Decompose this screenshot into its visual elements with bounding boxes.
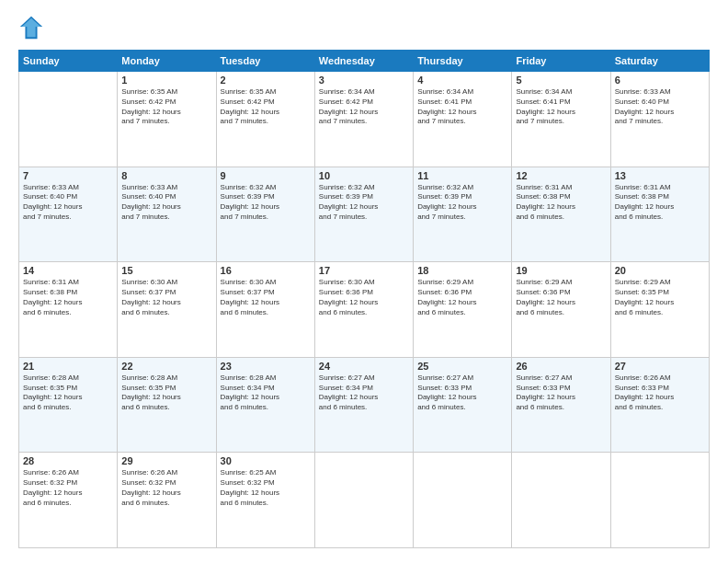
calendar-cell: 10Sunrise: 6:32 AM Sunset: 6:39 PM Dayli… (314, 167, 413, 262)
calendar-cell (610, 453, 709, 548)
day-number: 29 (121, 455, 211, 466)
calendar-cell: 5Sunrise: 6:34 AM Sunset: 6:41 PM Daylig… (512, 72, 610, 167)
day-info: Sunrise: 6:30 AM Sunset: 6:36 PM Dayligh… (319, 278, 409, 317)
day-number: 23 (221, 361, 311, 372)
calendar-cell: 26Sunrise: 6:27 AM Sunset: 6:33 PM Dayli… (512, 357, 610, 453)
day-info: Sunrise: 6:32 AM Sunset: 6:39 PM Dayligh… (221, 183, 311, 223)
calendar-cell: 16Sunrise: 6:30 AM Sunset: 6:37 PM Dayli… (216, 262, 314, 358)
day-number: 16 (221, 265, 311, 276)
calendar-cell: 7Sunrise: 6:33 AM Sunset: 6:40 PM Daylig… (19, 167, 118, 262)
day-number: 15 (121, 265, 211, 276)
day-info: Sunrise: 6:28 AM Sunset: 6:34 PM Dayligh… (221, 373, 311, 413)
day-number: 9 (221, 170, 311, 181)
calendar-header-cell: Wednesday (314, 51, 413, 72)
day-info: Sunrise: 6:27 AM Sunset: 6:34 PM Dayligh… (319, 373, 409, 413)
day-number: 20 (615, 265, 705, 276)
calendar-cell: 22Sunrise: 6:28 AM Sunset: 6:35 PM Dayli… (118, 357, 216, 453)
day-number: 28 (23, 455, 113, 466)
day-info: Sunrise: 6:27 AM Sunset: 6:33 PM Dayligh… (516, 373, 606, 413)
day-info: Sunrise: 6:29 AM Sunset: 6:36 PM Dayligh… (516, 278, 606, 317)
day-number: 10 (319, 170, 409, 181)
calendar-week-row: 7Sunrise: 6:33 AM Sunset: 6:40 PM Daylig… (19, 167, 710, 262)
calendar-cell (512, 453, 610, 548)
calendar-cell: 21Sunrise: 6:28 AM Sunset: 6:35 PM Dayli… (19, 357, 118, 453)
calendar-cell: 28Sunrise: 6:26 AM Sunset: 6:32 PM Dayli… (19, 453, 118, 548)
calendar-cell: 14Sunrise: 6:31 AM Sunset: 6:38 PM Dayli… (19, 262, 118, 358)
day-info: Sunrise: 6:26 AM Sunset: 6:32 PM Dayligh… (121, 468, 211, 508)
day-info: Sunrise: 6:33 AM Sunset: 6:40 PM Dayligh… (615, 87, 705, 127)
day-number: 6 (615, 75, 705, 86)
calendar-cell: 27Sunrise: 6:26 AM Sunset: 6:33 PM Dayli… (610, 357, 709, 453)
svg-marker-1 (22, 18, 41, 38)
day-info: Sunrise: 6:29 AM Sunset: 6:35 PM Dayligh… (615, 278, 705, 317)
day-info: Sunrise: 6:25 AM Sunset: 6:32 PM Dayligh… (221, 468, 311, 508)
calendar-cell: 1Sunrise: 6:35 AM Sunset: 6:42 PM Daylig… (118, 72, 216, 167)
day-info: Sunrise: 6:34 AM Sunset: 6:41 PM Dayligh… (417, 87, 507, 127)
day-number: 26 (516, 361, 606, 372)
calendar-week-row: 28Sunrise: 6:26 AM Sunset: 6:32 PM Dayli… (19, 453, 710, 548)
day-number: 11 (417, 170, 507, 181)
logo (18, 15, 48, 40)
calendar-cell: 3Sunrise: 6:34 AM Sunset: 6:42 PM Daylig… (314, 72, 413, 167)
calendar-table: SundayMondayTuesdayWednesdayThursdayFrid… (18, 50, 710, 548)
day-number: 17 (319, 265, 409, 276)
day-number: 24 (319, 361, 409, 372)
calendar-cell: 15Sunrise: 6:30 AM Sunset: 6:37 PM Dayli… (118, 262, 216, 358)
calendar-cell (314, 453, 413, 548)
calendar-cell: 4Sunrise: 6:34 AM Sunset: 6:41 PM Daylig… (414, 72, 512, 167)
calendar-header-cell: Friday (512, 51, 610, 72)
day-info: Sunrise: 6:32 AM Sunset: 6:39 PM Dayligh… (417, 183, 507, 223)
calendar-week-row: 21Sunrise: 6:28 AM Sunset: 6:35 PM Dayli… (19, 357, 710, 453)
calendar-cell (414, 453, 512, 548)
day-number: 7 (23, 170, 113, 181)
day-number: 27 (615, 361, 705, 372)
calendar-header-cell: Tuesday (216, 51, 314, 72)
day-info: Sunrise: 6:30 AM Sunset: 6:37 PM Dayligh… (121, 278, 211, 317)
day-info: Sunrise: 6:26 AM Sunset: 6:33 PM Dayligh… (615, 373, 705, 413)
day-number: 4 (417, 75, 507, 86)
calendar-cell: 6Sunrise: 6:33 AM Sunset: 6:40 PM Daylig… (610, 72, 709, 167)
day-number: 3 (319, 75, 409, 86)
calendar-cell (19, 72, 118, 167)
calendar-cell: 24Sunrise: 6:27 AM Sunset: 6:34 PM Dayli… (314, 357, 413, 453)
day-info: Sunrise: 6:30 AM Sunset: 6:37 PM Dayligh… (221, 278, 311, 317)
day-info: Sunrise: 6:34 AM Sunset: 6:41 PM Dayligh… (516, 87, 606, 127)
calendar-cell: 17Sunrise: 6:30 AM Sunset: 6:36 PM Dayli… (314, 262, 413, 358)
day-number: 2 (221, 75, 311, 86)
day-info: Sunrise: 6:33 AM Sunset: 6:40 PM Dayligh… (121, 183, 211, 223)
day-number: 18 (417, 265, 507, 276)
day-number: 22 (121, 361, 211, 372)
calendar-cell: 23Sunrise: 6:28 AM Sunset: 6:34 PM Dayli… (216, 357, 314, 453)
day-info: Sunrise: 6:27 AM Sunset: 6:33 PM Dayligh… (417, 373, 507, 413)
day-info: Sunrise: 6:35 AM Sunset: 6:42 PM Dayligh… (221, 87, 311, 127)
calendar-cell: 18Sunrise: 6:29 AM Sunset: 6:36 PM Dayli… (414, 262, 512, 358)
day-number: 1 (121, 75, 211, 86)
calendar-cell: 25Sunrise: 6:27 AM Sunset: 6:33 PM Dayli… (414, 357, 512, 453)
day-info: Sunrise: 6:26 AM Sunset: 6:32 PM Dayligh… (23, 468, 113, 508)
day-number: 21 (23, 361, 113, 372)
day-number: 30 (221, 455, 311, 466)
calendar-cell: 12Sunrise: 6:31 AM Sunset: 6:38 PM Dayli… (512, 167, 610, 262)
page: SundayMondayTuesdayWednesdayThursdayFrid… (0, 0, 728, 563)
calendar-header-cell: Sunday (19, 51, 118, 72)
day-number: 8 (121, 170, 211, 181)
calendar-cell: 11Sunrise: 6:32 AM Sunset: 6:39 PM Dayli… (414, 167, 512, 262)
calendar-cell: 29Sunrise: 6:26 AM Sunset: 6:32 PM Dayli… (118, 453, 216, 548)
header (18, 15, 710, 40)
calendar-cell: 2Sunrise: 6:35 AM Sunset: 6:42 PM Daylig… (216, 72, 314, 167)
day-info: Sunrise: 6:29 AM Sunset: 6:36 PM Dayligh… (417, 278, 507, 317)
day-info: Sunrise: 6:35 AM Sunset: 6:42 PM Dayligh… (121, 87, 211, 127)
calendar-header-cell: Thursday (414, 51, 512, 72)
day-info: Sunrise: 6:31 AM Sunset: 6:38 PM Dayligh… (516, 183, 606, 223)
calendar-cell: 8Sunrise: 6:33 AM Sunset: 6:40 PM Daylig… (118, 167, 216, 262)
calendar-cell: 20Sunrise: 6:29 AM Sunset: 6:35 PM Dayli… (610, 262, 709, 358)
day-number: 14 (23, 265, 113, 276)
day-info: Sunrise: 6:34 AM Sunset: 6:42 PM Dayligh… (319, 87, 409, 127)
day-info: Sunrise: 6:31 AM Sunset: 6:38 PM Dayligh… (23, 278, 113, 317)
calendar-header-cell: Saturday (610, 51, 709, 72)
day-number: 13 (615, 170, 705, 181)
day-number: 5 (516, 75, 606, 86)
logo-icon (18, 15, 44, 40)
day-info: Sunrise: 6:32 AM Sunset: 6:39 PM Dayligh… (319, 183, 409, 223)
day-info: Sunrise: 6:28 AM Sunset: 6:35 PM Dayligh… (121, 373, 211, 413)
